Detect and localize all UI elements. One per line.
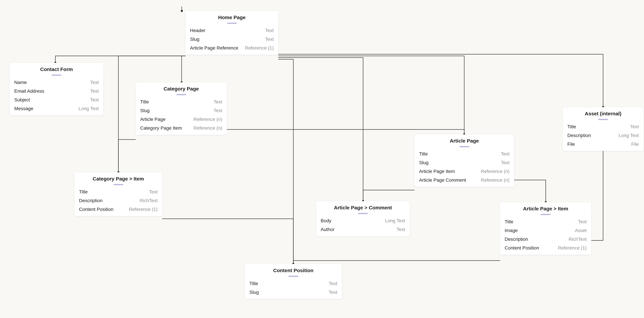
field-name: Title [567, 124, 576, 129]
field-name: Image [505, 228, 518, 233]
node-drag-handle[interactable] [227, 23, 237, 24]
field-name: Description [567, 133, 591, 138]
field-type: Text [578, 219, 587, 224]
node-title[interactable]: Home Page [185, 11, 278, 22]
field-row: Article Page Reference (n) [136, 115, 227, 124]
field-row: File File [563, 140, 644, 149]
field-type: Text [214, 108, 222, 113]
field-row: Subject Text [10, 96, 104, 104]
node-drag-handle[interactable] [176, 94, 186, 95]
node-category-page-item[interactable]: Category Page > Item Title Text Descript… [74, 172, 162, 216]
node-drag-handle[interactable] [460, 146, 469, 147]
field-name: Title [250, 281, 258, 286]
field-row: Message Long Text [10, 104, 104, 113]
field-name: Title [419, 151, 428, 157]
node-article-page-item[interactable]: Article Page > Item Title Text Image Ass… [500, 202, 591, 255]
field-type: Text [214, 99, 222, 105]
field-type: Asset [575, 228, 587, 233]
field-row: Description RichText [500, 235, 591, 244]
field-name: Article Page [140, 117, 166, 122]
field-type: Text [90, 97, 99, 103]
field-type: Text [630, 124, 639, 129]
field-row: Article Page Reference Reference (1) [185, 44, 278, 52]
field-type: Text [90, 89, 99, 94]
node-category-page[interactable]: Category Page Title Text Slug Text Artic… [136, 82, 227, 135]
field-type: Reference (n) [481, 177, 510, 183]
field-name: Description [79, 198, 102, 203]
field-row: Slug Text [414, 158, 514, 167]
node-fields: Body Long Text Author Text [316, 216, 410, 236]
field-row: Body Long Text [316, 216, 410, 225]
node-drag-handle[interactable] [52, 75, 62, 76]
field-row: Author Text [316, 225, 410, 234]
node-drag-handle[interactable] [598, 119, 608, 120]
field-type: Reference (n) [194, 117, 222, 122]
field-type: Long Text [385, 218, 405, 223]
node-fields: Title Text Image Asset Description RichT… [500, 217, 591, 255]
field-row: Title Text [414, 150, 514, 158]
field-name: Message [14, 106, 33, 111]
field-row: Image Asset [500, 226, 591, 235]
node-title[interactable]: Article Page [414, 134, 514, 145]
field-name: Category Page Item [140, 125, 182, 131]
field-type: Text [397, 227, 405, 232]
field-name: Name [14, 80, 27, 85]
node-article-page[interactable]: Article Page Title Text Slug Text Articl… [414, 134, 514, 187]
field-type: Reference (1) [245, 45, 274, 51]
field-type: Reference (1) [129, 207, 158, 212]
field-name: Article Page Item [419, 169, 455, 174]
field-name: Content Position [79, 207, 113, 212]
node-contact-form[interactable]: Contact Form Name Text Email Address Tex… [10, 63, 104, 115]
field-row: Slug Text [136, 106, 227, 115]
node-content-position[interactable]: Content Position Title Text Slug Text [245, 264, 342, 299]
node-title[interactable]: Asset (internal) [563, 107, 644, 118]
node-fields: Title Text Slug Text Article Page Refere… [136, 98, 227, 135]
field-type: Text [90, 80, 99, 85]
field-row: Description RichText [74, 196, 162, 205]
node-fields: Title Text Slug Text Article Page Item R… [414, 150, 514, 187]
field-type: Reference (n) [481, 169, 510, 174]
node-article-page-comment[interactable]: Article Page > Comment Body Long Text Au… [316, 201, 410, 236]
node-drag-handle[interactable] [288, 276, 298, 277]
node-fields: Title Text Description RichText Content … [74, 188, 162, 216]
field-type: RichText [569, 237, 587, 242]
field-row: Slug Text [185, 35, 278, 44]
field-name: Article Page Comment [419, 177, 466, 183]
field-row: Title Text [245, 279, 342, 288]
field-row: Article Page Item Reference (n) [414, 167, 514, 176]
node-title[interactable]: Category Page [136, 82, 227, 93]
node-asset-internal[interactable]: Asset (internal) Title Text Description … [563, 107, 644, 151]
field-type: Text [329, 281, 337, 286]
node-title[interactable]: Contact Form [10, 63, 104, 74]
field-type: Text [501, 151, 510, 157]
field-type: Long Text [618, 133, 639, 138]
field-row: Category Page Item Reference (n) [136, 124, 227, 132]
field-row: Email Address Text [10, 87, 104, 96]
field-name: Subject [14, 97, 30, 103]
node-drag-handle[interactable] [358, 213, 368, 214]
node-title[interactable]: Article Page > Comment [316, 201, 410, 212]
field-name: Title [140, 99, 149, 105]
node-drag-handle[interactable] [114, 184, 123, 185]
node-home-page[interactable]: Home Page Header Text Slug Text Article … [185, 11, 278, 55]
field-name: Title [505, 219, 513, 224]
field-row: Content Position Reference (1) [500, 244, 591, 252]
field-row: Title Text [74, 188, 162, 196]
field-row: Header Text [185, 26, 278, 35]
field-type: Text [265, 37, 274, 42]
node-drag-handle[interactable] [541, 214, 550, 215]
node-title[interactable]: Content Position [245, 264, 342, 275]
svg-point-0 [181, 10, 183, 12]
field-row: Title Text [500, 217, 591, 226]
field-name: File [567, 142, 575, 147]
field-row: Article Page Comment Reference (n) [414, 176, 514, 185]
node-title[interactable]: Category Page > Item [74, 172, 162, 183]
field-type: Text [329, 290, 337, 295]
field-name: Title [79, 189, 88, 195]
field-name: Description [505, 237, 528, 242]
field-name: Header [190, 28, 206, 33]
field-type: Long Text [78, 106, 99, 111]
field-type: Text [501, 160, 510, 165]
field-row: Title Text [136, 98, 227, 106]
node-title[interactable]: Article Page > Item [500, 202, 591, 213]
